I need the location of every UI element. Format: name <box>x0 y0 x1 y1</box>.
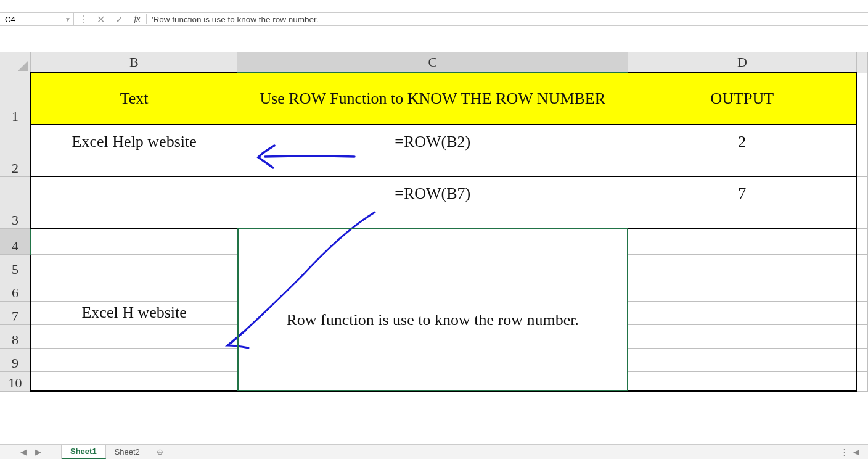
hscroll-left-icon[interactable]: ◀ <box>853 447 859 456</box>
row-header-9[interactable]: 9 <box>0 348 31 371</box>
col-header-D[interactable]: D <box>628 52 857 73</box>
cell-E10[interactable] <box>856 371 867 391</box>
cell-D6[interactable] <box>628 278 857 301</box>
row-2: 2 Excel Help website =ROW(B2) 2 <box>0 125 868 176</box>
cell-D1[interactable]: OUTPUT <box>628 73 857 125</box>
cell-B6[interactable] <box>31 278 237 301</box>
formula-text: 'Row function is use to know the row num… <box>152 15 318 24</box>
name-box-value: C4 <box>5 15 15 24</box>
row-header-8[interactable]: 8 <box>0 324 31 348</box>
column-header-row: B C D <box>0 52 868 73</box>
row-header-7[interactable]: 7 <box>0 301 31 324</box>
col-header-C[interactable]: C <box>237 52 628 73</box>
row-header-10[interactable]: 10 <box>0 371 31 391</box>
enter-icon[interactable]: ✓ <box>110 14 128 25</box>
formula-bar-icons: ✕ ✓ fx <box>91 13 147 25</box>
formula-bar: C4 ▼ ⋮ ✕ ✓ fx 'Row function is use to kn… <box>0 12 868 26</box>
cell-D2[interactable]: 2 <box>628 125 857 176</box>
row-header-5[interactable]: 5 <box>0 254 31 278</box>
cell-D3[interactable]: 7 <box>628 176 857 228</box>
cell-C3[interactable]: =ROW(B7) <box>237 176 628 228</box>
cell-B10[interactable] <box>31 371 237 391</box>
cell-C1[interactable]: Use ROW Function to KNOW THE ROW NUMBER <box>237 73 628 125</box>
tab-strip-scroll-hint: ⋮ ◀ <box>831 445 868 459</box>
sheet-tab-sheet1[interactable]: Sheet1 <box>62 445 106 459</box>
cell-D8[interactable] <box>628 324 857 348</box>
col-header-extra[interactable] <box>856 52 867 73</box>
cell-E7[interactable] <box>856 301 867 324</box>
sheet-tab-sheet2[interactable]: Sheet2 <box>106 445 149 459</box>
cell-B5[interactable] <box>31 254 237 278</box>
cell-B3[interactable] <box>31 176 237 228</box>
cell-E6[interactable] <box>856 278 867 301</box>
add-sheet-icon: ⊕ <box>157 447 163 456</box>
sheet-next-icon[interactable]: ▶ <box>35 447 41 456</box>
tab-strip-spacer <box>171 445 831 459</box>
name-box[interactable]: C4 ▼ <box>0 13 74 25</box>
row-header-4[interactable]: 4 <box>0 228 31 254</box>
row-4: 4 Row function is use to know the row nu… <box>0 228 868 254</box>
cell-E1[interactable] <box>856 73 867 125</box>
cell-C2[interactable]: =ROW(B2) <box>237 125 628 176</box>
row-header-6[interactable]: 6 <box>0 278 31 301</box>
fx-icon[interactable]: fx <box>128 14 147 24</box>
cell-E5[interactable] <box>856 254 867 278</box>
formula-bar-separator: ⋮ <box>74 13 91 25</box>
sheet-prev-icon[interactable]: ◀ <box>20 447 27 456</box>
row-header-2[interactable]: 2 <box>0 125 31 176</box>
cell-B7[interactable]: Excel H website <box>31 301 237 324</box>
add-sheet-button[interactable]: ⊕ <box>149 445 171 459</box>
formula-input[interactable]: 'Row function is use to know the row num… <box>147 13 868 25</box>
cell-B4[interactable] <box>31 228 237 254</box>
name-box-dropdown-icon[interactable]: ▼ <box>65 16 71 23</box>
select-all-triangle[interactable] <box>0 52 31 73</box>
cell-B9[interactable] <box>31 348 237 371</box>
cell-B8[interactable] <box>31 324 237 348</box>
cell-C4-merged[interactable]: Row function is use to know the row numb… <box>237 228 628 391</box>
grid-table[interactable]: B C D 1 Text Use ROW Function to KNOW TH… <box>0 52 868 392</box>
cell-E8[interactable] <box>856 324 867 348</box>
row-header-3[interactable]: 3 <box>0 176 31 228</box>
cell-E3[interactable] <box>856 176 867 228</box>
cell-D9[interactable] <box>628 348 857 371</box>
cell-E4[interactable] <box>856 228 867 254</box>
cell-E9[interactable] <box>856 348 867 371</box>
cell-E2[interactable] <box>856 125 867 176</box>
cell-B2[interactable]: Excel Help website <box>31 125 237 176</box>
col-header-B[interactable]: B <box>31 52 237 73</box>
row-1: 1 Text Use ROW Function to KNOW THE ROW … <box>0 73 868 125</box>
sheet-tab-strip: ◀ ▶ Sheet1 Sheet2 ⊕ ⋮ ◀ <box>0 444 868 459</box>
cell-B1[interactable]: Text <box>31 73 237 125</box>
cell-D7[interactable] <box>628 301 857 324</box>
cell-D4[interactable] <box>628 228 857 254</box>
cancel-icon[interactable]: ✕ <box>91 14 110 25</box>
sheet-nav-arrows: ◀ ▶ <box>0 445 62 459</box>
row-3: 3 =ROW(B7) 7 <box>0 176 868 228</box>
cell-D10[interactable] <box>628 371 857 391</box>
row-header-1[interactable]: 1 <box>0 73 31 125</box>
cell-D5[interactable] <box>628 254 857 278</box>
spreadsheet: B C D 1 Text Use ROW Function to KNOW TH… <box>0 52 868 459</box>
